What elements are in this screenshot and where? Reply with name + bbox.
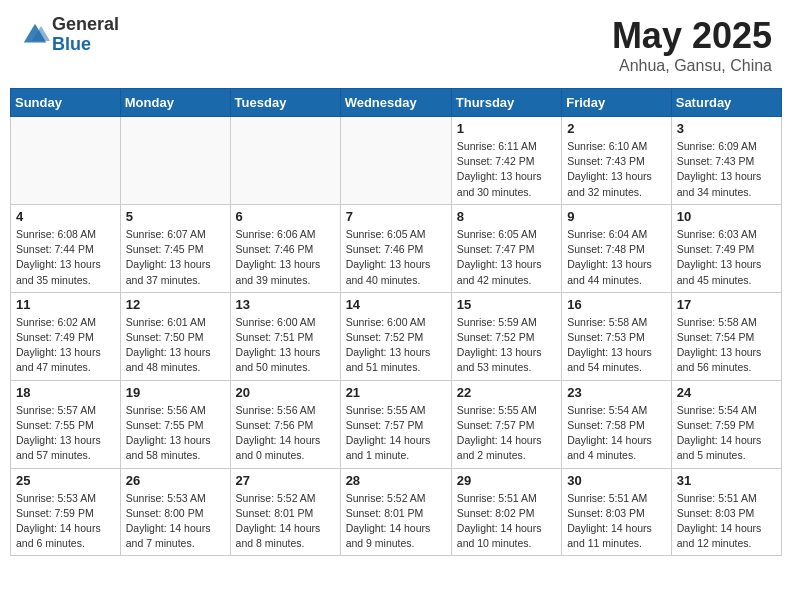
calendar-table: SundayMondayTuesdayWednesdayThursdayFrid… xyxy=(10,88,782,556)
day-detail: Sunrise: 6:03 AM Sunset: 7:49 PM Dayligh… xyxy=(677,227,776,288)
calendar-cell: 19Sunrise: 5:56 AM Sunset: 7:55 PM Dayli… xyxy=(120,380,230,468)
day-detail: Sunrise: 5:59 AM Sunset: 7:52 PM Dayligh… xyxy=(457,315,556,376)
calendar-cell xyxy=(120,117,230,205)
day-detail: Sunrise: 5:56 AM Sunset: 7:56 PM Dayligh… xyxy=(236,403,335,464)
month-title: May 2025 xyxy=(612,15,772,57)
calendar-cell: 5Sunrise: 6:07 AM Sunset: 7:45 PM Daylig… xyxy=(120,204,230,292)
weekday-header-monday: Monday xyxy=(120,89,230,117)
day-number: 19 xyxy=(126,385,225,400)
day-number: 25 xyxy=(16,473,115,488)
day-detail: Sunrise: 6:10 AM Sunset: 7:43 PM Dayligh… xyxy=(567,139,666,200)
day-number: 10 xyxy=(677,209,776,224)
day-detail: Sunrise: 6:02 AM Sunset: 7:49 PM Dayligh… xyxy=(16,315,115,376)
day-number: 12 xyxy=(126,297,225,312)
calendar-cell: 6Sunrise: 6:06 AM Sunset: 7:46 PM Daylig… xyxy=(230,204,340,292)
day-number: 9 xyxy=(567,209,666,224)
day-number: 8 xyxy=(457,209,556,224)
weekday-header-tuesday: Tuesday xyxy=(230,89,340,117)
calendar-cell: 17Sunrise: 5:58 AM Sunset: 7:54 PM Dayli… xyxy=(671,292,781,380)
calendar-cell xyxy=(11,117,121,205)
day-number: 17 xyxy=(677,297,776,312)
week-row-3: 11Sunrise: 6:02 AM Sunset: 7:49 PM Dayli… xyxy=(11,292,782,380)
page-header: General Blue May 2025 Anhua, Gansu, Chin… xyxy=(10,10,782,80)
day-number: 1 xyxy=(457,121,556,136)
day-detail: Sunrise: 5:52 AM Sunset: 8:01 PM Dayligh… xyxy=(346,491,446,552)
calendar-cell xyxy=(230,117,340,205)
day-number: 3 xyxy=(677,121,776,136)
week-row-1: 1Sunrise: 6:11 AM Sunset: 7:42 PM Daylig… xyxy=(11,117,782,205)
day-number: 18 xyxy=(16,385,115,400)
location-title: Anhua, Gansu, China xyxy=(612,57,772,75)
day-detail: Sunrise: 6:05 AM Sunset: 7:46 PM Dayligh… xyxy=(346,227,446,288)
day-detail: Sunrise: 5:51 AM Sunset: 8:02 PM Dayligh… xyxy=(457,491,556,552)
day-number: 29 xyxy=(457,473,556,488)
day-number: 11 xyxy=(16,297,115,312)
weekday-header-wednesday: Wednesday xyxy=(340,89,451,117)
day-detail: Sunrise: 5:58 AM Sunset: 7:53 PM Dayligh… xyxy=(567,315,666,376)
weekday-header-saturday: Saturday xyxy=(671,89,781,117)
day-number: 7 xyxy=(346,209,446,224)
day-detail: Sunrise: 5:55 AM Sunset: 7:57 PM Dayligh… xyxy=(346,403,446,464)
day-detail: Sunrise: 5:58 AM Sunset: 7:54 PM Dayligh… xyxy=(677,315,776,376)
day-number: 13 xyxy=(236,297,335,312)
calendar-cell: 11Sunrise: 6:02 AM Sunset: 7:49 PM Dayli… xyxy=(11,292,121,380)
day-detail: Sunrise: 5:53 AM Sunset: 8:00 PM Dayligh… xyxy=(126,491,225,552)
day-number: 2 xyxy=(567,121,666,136)
day-number: 4 xyxy=(16,209,115,224)
calendar-cell: 22Sunrise: 5:55 AM Sunset: 7:57 PM Dayli… xyxy=(451,380,561,468)
day-number: 14 xyxy=(346,297,446,312)
week-row-5: 25Sunrise: 5:53 AM Sunset: 7:59 PM Dayli… xyxy=(11,468,782,556)
weekday-header-thursday: Thursday xyxy=(451,89,561,117)
day-number: 20 xyxy=(236,385,335,400)
calendar-cell: 27Sunrise: 5:52 AM Sunset: 8:01 PM Dayli… xyxy=(230,468,340,556)
logo-icon xyxy=(20,20,50,50)
calendar-cell: 13Sunrise: 6:00 AM Sunset: 7:51 PM Dayli… xyxy=(230,292,340,380)
day-detail: Sunrise: 6:04 AM Sunset: 7:48 PM Dayligh… xyxy=(567,227,666,288)
day-detail: Sunrise: 5:56 AM Sunset: 7:55 PM Dayligh… xyxy=(126,403,225,464)
day-detail: Sunrise: 5:55 AM Sunset: 7:57 PM Dayligh… xyxy=(457,403,556,464)
logo-text: General Blue xyxy=(52,15,119,55)
calendar-cell: 14Sunrise: 6:00 AM Sunset: 7:52 PM Dayli… xyxy=(340,292,451,380)
logo-general-text: General xyxy=(52,15,119,35)
calendar-cell: 3Sunrise: 6:09 AM Sunset: 7:43 PM Daylig… xyxy=(671,117,781,205)
calendar-cell xyxy=(340,117,451,205)
day-detail: Sunrise: 6:00 AM Sunset: 7:51 PM Dayligh… xyxy=(236,315,335,376)
day-detail: Sunrise: 5:54 AM Sunset: 7:58 PM Dayligh… xyxy=(567,403,666,464)
calendar-cell: 10Sunrise: 6:03 AM Sunset: 7:49 PM Dayli… xyxy=(671,204,781,292)
calendar-cell: 16Sunrise: 5:58 AM Sunset: 7:53 PM Dayli… xyxy=(562,292,672,380)
day-number: 30 xyxy=(567,473,666,488)
day-detail: Sunrise: 5:54 AM Sunset: 7:59 PM Dayligh… xyxy=(677,403,776,464)
day-number: 24 xyxy=(677,385,776,400)
calendar-cell: 26Sunrise: 5:53 AM Sunset: 8:00 PM Dayli… xyxy=(120,468,230,556)
day-number: 15 xyxy=(457,297,556,312)
week-row-2: 4Sunrise: 6:08 AM Sunset: 7:44 PM Daylig… xyxy=(11,204,782,292)
day-number: 31 xyxy=(677,473,776,488)
day-detail: Sunrise: 6:11 AM Sunset: 7:42 PM Dayligh… xyxy=(457,139,556,200)
calendar-cell: 30Sunrise: 5:51 AM Sunset: 8:03 PM Dayli… xyxy=(562,468,672,556)
weekday-header-sunday: Sunday xyxy=(11,89,121,117)
calendar-cell: 9Sunrise: 6:04 AM Sunset: 7:48 PM Daylig… xyxy=(562,204,672,292)
day-detail: Sunrise: 6:09 AM Sunset: 7:43 PM Dayligh… xyxy=(677,139,776,200)
day-number: 26 xyxy=(126,473,225,488)
calendar-cell: 12Sunrise: 6:01 AM Sunset: 7:50 PM Dayli… xyxy=(120,292,230,380)
day-number: 22 xyxy=(457,385,556,400)
logo-blue-text: Blue xyxy=(52,35,119,55)
day-number: 21 xyxy=(346,385,446,400)
day-detail: Sunrise: 5:52 AM Sunset: 8:01 PM Dayligh… xyxy=(236,491,335,552)
calendar-cell: 18Sunrise: 5:57 AM Sunset: 7:55 PM Dayli… xyxy=(11,380,121,468)
weekday-header-friday: Friday xyxy=(562,89,672,117)
day-number: 16 xyxy=(567,297,666,312)
calendar-cell: 29Sunrise: 5:51 AM Sunset: 8:02 PM Dayli… xyxy=(451,468,561,556)
day-detail: Sunrise: 6:06 AM Sunset: 7:46 PM Dayligh… xyxy=(236,227,335,288)
title-block: May 2025 Anhua, Gansu, China xyxy=(612,15,772,75)
calendar-cell: 31Sunrise: 5:51 AM Sunset: 8:03 PM Dayli… xyxy=(671,468,781,556)
day-number: 23 xyxy=(567,385,666,400)
calendar-cell: 25Sunrise: 5:53 AM Sunset: 7:59 PM Dayli… xyxy=(11,468,121,556)
day-detail: Sunrise: 6:08 AM Sunset: 7:44 PM Dayligh… xyxy=(16,227,115,288)
day-detail: Sunrise: 6:00 AM Sunset: 7:52 PM Dayligh… xyxy=(346,315,446,376)
day-detail: Sunrise: 5:51 AM Sunset: 8:03 PM Dayligh… xyxy=(567,491,666,552)
day-number: 6 xyxy=(236,209,335,224)
day-number: 5 xyxy=(126,209,225,224)
day-detail: Sunrise: 5:57 AM Sunset: 7:55 PM Dayligh… xyxy=(16,403,115,464)
calendar-cell: 23Sunrise: 5:54 AM Sunset: 7:58 PM Dayli… xyxy=(562,380,672,468)
